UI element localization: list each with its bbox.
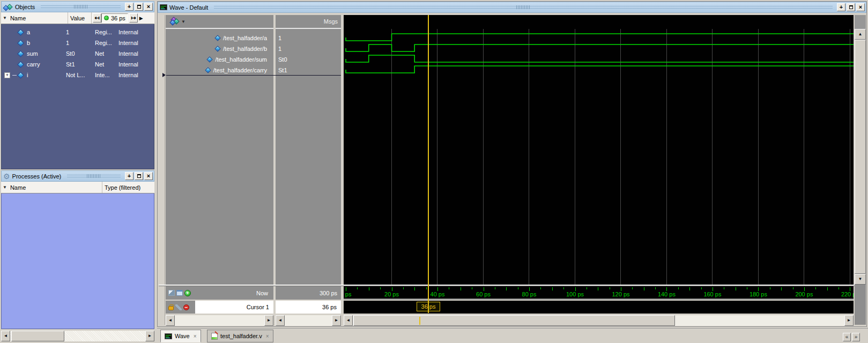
objects-add-button[interactable]: + bbox=[125, 3, 133, 11]
filter-triangle-icon[interactable]: ▼ bbox=[1, 16, 8, 20]
scroll-up-button[interactable]: ▲ bbox=[855, 29, 866, 40]
wave-names-header[interactable]: ▼ bbox=[166, 15, 273, 29]
objects-row[interactable]: carrySt1NetInternal bbox=[2, 59, 154, 70]
objects-titlebar[interactable]: Objects + × bbox=[1, 1, 154, 12]
processes-float-button[interactable] bbox=[135, 172, 143, 180]
wave-signal-row[interactable]: /test_halfadder/sum bbox=[166, 54, 273, 65]
signal-diamond-icon bbox=[17, 50, 24, 57]
objects-float-button[interactable] bbox=[135, 3, 143, 11]
scroll-left-button[interactable]: ◄ bbox=[1, 331, 10, 341]
timeline-tick bbox=[610, 287, 610, 289]
cursor-properties-icon[interactable] bbox=[175, 304, 182, 310]
scroll-thumb[interactable] bbox=[353, 315, 675, 326]
scroll-down-button[interactable]: ▼ bbox=[855, 274, 866, 285]
timeline-tick bbox=[540, 287, 541, 289]
objects-panel: Objects + × ▼ Name Value ↤ 36 ps ↦ ▶ a1R… bbox=[1, 1, 154, 169]
processes-add-button[interactable]: + bbox=[125, 172, 133, 180]
processes-title: Processes (Active) bbox=[12, 173, 62, 180]
timeline-mode-icon[interactable] bbox=[168, 290, 175, 296]
scroll-right-button[interactable]: ► bbox=[844, 315, 854, 326]
wave-signal-row[interactable]: /test_halfadder/carry bbox=[166, 65, 273, 76]
wave-value-row[interactable]: 1 bbox=[276, 33, 341, 43]
scroll-left-button[interactable]: ◄ bbox=[276, 315, 285, 326]
wave-float-button[interactable] bbox=[847, 3, 855, 11]
timeline-tick bbox=[518, 287, 518, 289]
left-panel-hscrollbar[interactable]: ◄ ► bbox=[1, 331, 154, 341]
object-value: Not L... bbox=[65, 72, 92, 78]
source-file-icon bbox=[211, 333, 218, 340]
wave-titlebar[interactable]: Wave - Default + × bbox=[158, 2, 866, 13]
prev-transition-button[interactable]: ↤ bbox=[93, 13, 101, 23]
header-scroll-right-icon[interactable]: ▶ bbox=[139, 16, 143, 21]
close-icon[interactable]: × bbox=[194, 333, 197, 339]
expand-button[interactable]: + bbox=[4, 72, 10, 78]
wave-msgs-header[interactable]: Msgs bbox=[276, 15, 341, 29]
wave-grip[interactable] bbox=[214, 5, 833, 9]
expand-window-icon[interactable] bbox=[176, 290, 183, 296]
wave-add-button[interactable]: + bbox=[837, 3, 845, 11]
cursor-name-cell[interactable]: Cursor 1 bbox=[195, 301, 273, 314]
scroll-right-button[interactable]: ► bbox=[332, 315, 341, 326]
scroll-left-button[interactable]: ◄ bbox=[344, 315, 353, 326]
objects-col-value[interactable]: Value bbox=[68, 12, 92, 24]
object-type: Inte... bbox=[92, 72, 116, 78]
timeline-tick bbox=[552, 287, 553, 290]
timeline-tick bbox=[793, 287, 793, 289]
tab-label: Wave bbox=[175, 333, 190, 339]
close-icon[interactable]: × bbox=[266, 333, 269, 339]
scroll-thumb[interactable] bbox=[11, 331, 64, 341]
processes-col-name[interactable]: Name bbox=[8, 182, 102, 193]
values-hscrollbar[interactable]: ◄ ► bbox=[276, 315, 341, 326]
objects-row[interactable]: +iNot L...Inte...Internal bbox=[2, 70, 154, 80]
scroll-right-button[interactable]: ► bbox=[264, 315, 273, 326]
scroll-left-button[interactable]: ◄ bbox=[166, 315, 175, 326]
dropdown-icon[interactable]: ▼ bbox=[181, 19, 186, 24]
filter-triangle-icon[interactable]: ▼ bbox=[1, 185, 8, 190]
timeline-tick bbox=[426, 287, 427, 289]
signal-diamond-icon bbox=[205, 67, 211, 73]
msgs-label: Msgs bbox=[324, 18, 338, 25]
processes-grip[interactable] bbox=[67, 174, 121, 178]
processes-col-type[interactable]: Type (filtered) bbox=[102, 182, 154, 193]
wave-hscrollbar[interactable]: ◄ ► bbox=[344, 315, 854, 326]
tab-wave[interactable]: Wave × bbox=[160, 330, 201, 342]
add-cursor-icon[interactable]: + bbox=[184, 290, 191, 296]
objects-row[interactable]: sumSt0NetInternal bbox=[2, 48, 154, 59]
wave-vscrollbar[interactable]: ▲ ▼ bbox=[855, 15, 866, 325]
signal-icon-cell bbox=[16, 30, 25, 35]
names-hscrollbar[interactable]: ◄ ► bbox=[166, 315, 273, 326]
next-transition-button[interactable]: ↦ bbox=[129, 13, 138, 23]
waveform-trace bbox=[346, 66, 854, 73]
scroll-right-button[interactable]: ► bbox=[145, 331, 154, 341]
scroll-thumb[interactable] bbox=[855, 40, 866, 274]
objects-row[interactable]: a1Regi...Internal bbox=[2, 27, 154, 38]
wave-value-row[interactable]: St1 bbox=[276, 65, 341, 76]
timeline-tick bbox=[839, 287, 839, 289]
tabs-scroll-left-button[interactable]: « bbox=[843, 333, 851, 341]
timeline-scale[interactable]: 0 ps20 ps40 ps60 ps80 ps100 ps120 ps140 … bbox=[344, 286, 854, 300]
timeline-tick bbox=[529, 287, 530, 291]
wave-value-row[interactable]: 1 bbox=[276, 43, 341, 54]
tab-test-halfadder[interactable]: test_halfadder.v × bbox=[207, 330, 273, 342]
wave-value-row[interactable]: St0 bbox=[276, 54, 341, 65]
waveform-canvas[interactable] bbox=[344, 29, 854, 285]
objects-col-name[interactable]: Name bbox=[8, 12, 68, 24]
wave-cursor-line[interactable] bbox=[428, 15, 429, 313]
lock-cursor-icon[interactable] bbox=[168, 306, 174, 310]
wave-signal-row[interactable]: /test_halfadder/a bbox=[166, 33, 273, 43]
signal-diamond-icon bbox=[17, 29, 24, 36]
objects-close-button[interactable]: × bbox=[144, 3, 153, 11]
objects-row[interactable]: b1Regi...Internal bbox=[2, 38, 154, 48]
cursor-track[interactable]: 36 ps bbox=[344, 301, 854, 314]
cursor-value: 36 ps bbox=[322, 304, 337, 310]
wave-close-button[interactable]: × bbox=[856, 3, 865, 11]
timeline-tick bbox=[724, 287, 724, 289]
wave-signal-row[interactable]: /test_halfadder/b bbox=[166, 43, 273, 54]
processes-close-button[interactable]: × bbox=[144, 172, 153, 180]
tabs-scroll-right-button[interactable]: » bbox=[852, 333, 860, 341]
processes-titlebar[interactable]: ⚙ Processes (Active) + × bbox=[1, 170, 154, 182]
delete-cursor-icon[interactable]: − bbox=[183, 304, 189, 310]
objects-grip[interactable] bbox=[41, 5, 121, 9]
cursor-value-cell[interactable]: 36 ps bbox=[276, 301, 341, 314]
timeline-tick bbox=[369, 287, 369, 290]
